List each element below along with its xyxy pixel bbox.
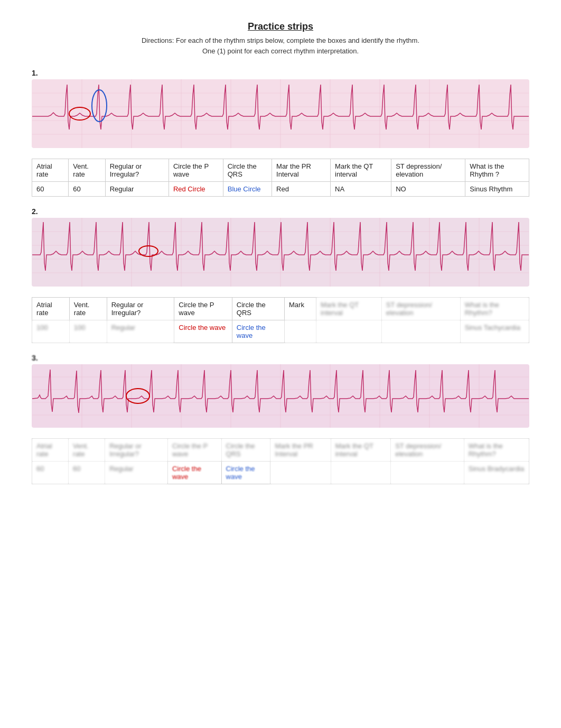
rhythm-strip-2 — [32, 218, 529, 287]
col2-regular-header: Regular or Irregular? — [107, 298, 174, 320]
col2-vent-rate-header: Vent. rate — [69, 298, 107, 320]
col2-atrial-rate-header: Atrial rate — [32, 298, 70, 320]
val3-st — [391, 462, 464, 484]
val-mark-qt-1: NA — [331, 182, 391, 197]
col-mar-pr-header: Mar the PR Interval — [272, 159, 331, 182]
val-atrial-rate-1: 60 — [32, 182, 69, 197]
table-1-header-row: Atrial rate Vent. rate Regular or Irregu… — [32, 159, 529, 182]
col3-qt-header: Mark the QT interval — [331, 439, 391, 462]
table-1: Atrial rate Vent. rate Regular or Irregu… — [32, 159, 529, 197]
col-mark-qt-header: Mark the QT interval — [331, 159, 391, 182]
table-3-header-row: Atrial rate Vent. rate Regular or Irregu… — [32, 439, 529, 462]
val3-regular: Regular — [105, 462, 168, 484]
col3-atrial-rate-header: Atrial rate — [32, 439, 69, 462]
val-st-1: NO — [391, 182, 465, 197]
col3-vent-rate-header: Vent. rate — [69, 439, 105, 462]
rhythm-strip-1 — [32, 79, 529, 148]
table-2-value-row: 100 100 Regular Circle the wave Circle t… — [32, 320, 529, 343]
col2-circle-p-header: Circle the P wave — [174, 298, 232, 320]
col-vent-rate-header: Vent. rate — [69, 159, 105, 182]
col3-circle-qrs-header: Circle the QRS — [221, 439, 270, 462]
strip-2-label: 2. — [32, 207, 529, 216]
val2-circle-p: Circle the wave — [174, 320, 232, 343]
table-2-header-row: Atrial rate Vent. rate Regular or Irregu… — [32, 298, 529, 320]
col-st-header: ST depression/ elevation — [391, 159, 465, 182]
col2-rhythm-header: What is the Rhythm? — [460, 298, 529, 320]
col-atrial-rate-header: Atrial rate — [32, 159, 69, 182]
svg-point-13 — [69, 107, 90, 120]
col-circle-p-header: Circle the P wave — [169, 159, 223, 182]
strip-2-section: 2. — [32, 207, 529, 287]
directions-line1: Directions: For each of the rhythm strip… — [142, 36, 419, 44]
strip-3-section: 3. — [32, 354, 529, 428]
strip-1-label: 1. — [32, 69, 529, 77]
directions: Directions: For each of the rhythm strip… — [32, 35, 529, 56]
val3-circle-qrs: Circle the wave — [221, 462, 270, 484]
col2-blank1-header: Mark the QT interval — [316, 298, 382, 320]
val3-qt — [331, 462, 391, 484]
val-rhythm-1: Sinus Rhythm — [465, 182, 529, 197]
col3-regular-header: Regular or Irregular? — [105, 439, 168, 462]
col-regular-header: Regular or Irregular? — [105, 159, 169, 182]
table-2: Atrial rate Vent. rate Regular or Irregu… — [32, 297, 529, 343]
col3-st-header: ST depression/ elevation — [391, 439, 464, 462]
col-rhythm-header: What is the Rhythm ? — [465, 159, 529, 182]
strip-1-section: 1. — [32, 69, 529, 148]
val2-blank2 — [381, 320, 460, 343]
table-1-value-row: 60 60 Regular Red Circle Blue Circle Red… — [32, 182, 529, 197]
val-circle-qrs-1: Blue Circle — [223, 182, 272, 197]
col3-rhythm-header: What is the Rhythm? — [464, 439, 529, 462]
svg-point-28 — [139, 246, 158, 256]
page-title: Practice strips — [32, 21, 529, 32]
val2-regular: Regular — [107, 320, 174, 343]
val2-rhythm: Sinus Tachycardia — [460, 320, 529, 343]
directions-line2: One (1) point for each correct rhythm in… — [202, 47, 359, 55]
val2-vent: 100 — [69, 320, 107, 343]
val2-mark — [285, 320, 316, 343]
strip-3-label: 3. — [32, 354, 529, 362]
val-regular-1: Regular — [105, 182, 169, 197]
val3-rhythm: Sinus Bradycardia — [464, 462, 529, 484]
col3-circle-p-header: Circle the P wave — [167, 439, 221, 462]
val3-circle-p: Circle the wave — [167, 462, 221, 484]
val3-mark — [270, 462, 331, 484]
val2-atrial: 100 — [32, 320, 70, 343]
col-circle-qrs-header: Circle the QRS — [223, 159, 272, 182]
val2-circle-qrs: Circle the wave — [232, 320, 284, 343]
col2-mark-header: Mark — [285, 298, 316, 320]
val3-atrial: 60 — [32, 462, 69, 484]
table-3: Atrial rate Vent. rate Regular or Irregu… — [32, 438, 529, 484]
val-circle-p-1: Red Circle — [169, 182, 223, 197]
col2-blank2-header: ST depression/ elevation — [381, 298, 460, 320]
val2-blank1 — [316, 320, 382, 343]
svg-point-42 — [126, 389, 149, 403]
col2-circle-qrs-header: Circle the QRS — [232, 298, 284, 320]
val-vent-rate-1: 60 — [69, 182, 105, 197]
rhythm-strip-3 — [32, 364, 529, 428]
table-3-value-row: 60 60 Regular Circle the wave Circle the… — [32, 462, 529, 484]
val-mar-pr-1: Red — [272, 182, 331, 197]
val3-vent: 60 — [69, 462, 105, 484]
col3-mark-header: Mark the PR Interval — [270, 439, 331, 462]
